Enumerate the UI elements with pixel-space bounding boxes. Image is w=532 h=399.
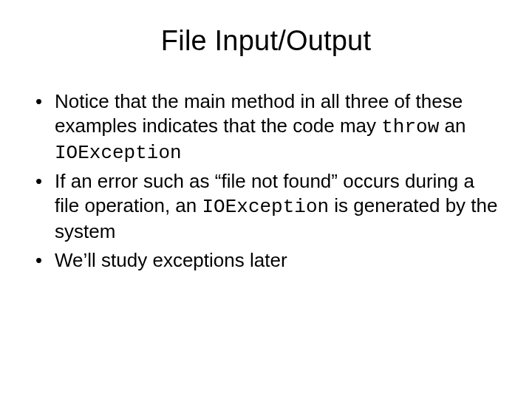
bullet-item: If an error such as “file not found” occ… [33, 169, 502, 243]
body-text: an [439, 115, 466, 137]
slide-title: File Input/Output [30, 25, 502, 57]
bullet-item: We’ll study exceptions later [33, 248, 502, 273]
slide: File Input/Output Notice that the main m… [0, 0, 532, 399]
bullet-item: Notice that the main method in all three… [33, 89, 502, 165]
bullet-list: Notice that the main method in all three… [30, 89, 502, 272]
code-text: IOException [55, 142, 182, 164]
code-text: throw [381, 116, 439, 138]
body-text: We’ll study exceptions later [55, 249, 287, 271]
code-text: IOException [202, 196, 329, 218]
